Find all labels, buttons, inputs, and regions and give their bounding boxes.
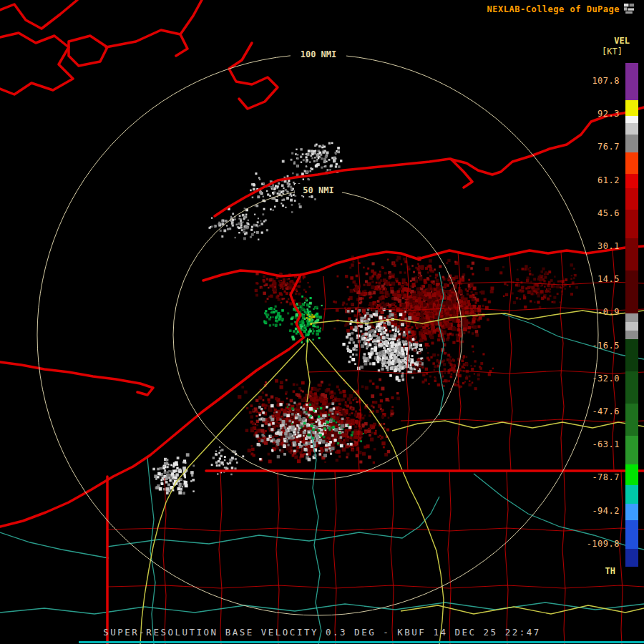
velocity-colorbar [625, 63, 638, 567]
colorbar-segment [625, 322, 638, 331]
county-line [612, 250, 615, 471]
county-line [509, 256, 512, 471]
colorbar-segment [625, 313, 638, 322]
colorbar-units: [KT] [602, 47, 623, 57]
county-line [219, 471, 222, 644]
colorbar-segment [625, 123, 638, 135]
county-line [458, 282, 644, 285]
shoreline-canada [0, 33, 73, 94]
colorbar-segment [625, 174, 638, 188]
shoreline-ontario-north [215, 107, 644, 216]
highway [401, 605, 644, 614]
colorbar-segment [625, 485, 638, 504]
colorbar-segment [625, 63, 638, 100]
shoreline-erie-north [0, 362, 153, 395]
ring-label-50nmi: 50 NMI [303, 185, 333, 195]
colorbar-segment [625, 270, 638, 313]
local-road [0, 532, 109, 558]
shoreline-canada [106, 0, 202, 47]
local-road [311, 431, 321, 644]
colorbar-segment [625, 238, 638, 270]
shoreline-ontario-south [203, 246, 644, 280]
colorbar-segment [625, 436, 638, 464]
county-line [107, 585, 644, 588]
colorbar-segment [625, 549, 638, 567]
shoreline-canada [176, 34, 187, 56]
colorbar-segment [625, 464, 638, 485]
colorbar-segment [625, 339, 638, 371]
colorbar-segment [625, 152, 638, 174]
local-road [474, 474, 644, 550]
county-line [562, 471, 565, 644]
colorbar-segment [625, 188, 638, 210]
county-line [505, 471, 508, 644]
brand-text: NEXLAB-College of DuPage [487, 4, 620, 14]
colorbar-segment [625, 331, 638, 339]
cod-logo-icon [624, 4, 634, 14]
product-caption: SUPER-RESOLUTION BASE VELOCITY 0.3 DEG -… [0, 627, 644, 638]
colorbar-segment [625, 371, 638, 404]
radar-display: 100 NMI 50 NMI NEXLAB-College of DuPage … [0, 0, 644, 644]
colorbar-segment [625, 116, 638, 123]
ring-label-100nmi: 100 NMI [301, 49, 337, 59]
colorbar-segment [625, 135, 638, 152]
shoreline-lake [229, 43, 278, 109]
local-road [147, 458, 155, 644]
county-line [620, 471, 623, 644]
local-road [501, 313, 644, 359]
colorbar-segment [625, 100, 638, 116]
county-line [448, 471, 451, 644]
county-line [391, 471, 394, 644]
county-line [333, 471, 336, 644]
colorbar-segment [625, 520, 638, 549]
bottom-border-line [79, 641, 644, 643]
local-road [0, 602, 644, 614]
shoreline-canada [0, 0, 77, 29]
radar-map: 100 NMI 50 NMI [0, 0, 644, 644]
local-road [107, 497, 439, 547]
colorbar-segment [625, 404, 638, 436]
colorbar-segment [625, 504, 638, 520]
county-line [276, 471, 279, 644]
colorbar-threshold-label: TH [605, 566, 615, 576]
colorbar-segment [625, 210, 638, 238]
shoreline-canada [69, 36, 107, 66]
colorbar-title: VEL [614, 36, 630, 46]
